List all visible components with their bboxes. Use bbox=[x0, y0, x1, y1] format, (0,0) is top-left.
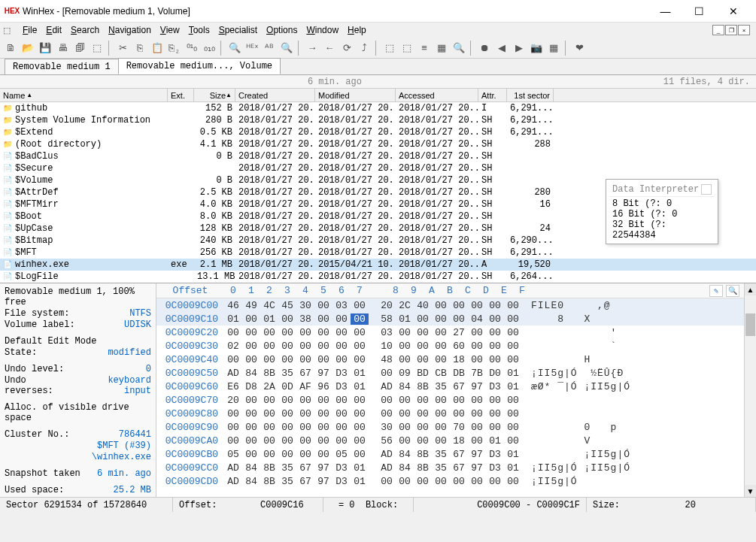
col-size[interactable]: Size▲ bbox=[194, 89, 235, 101]
goto-button[interactable]: → bbox=[305, 41, 320, 56]
toolbar: 🗎 📂 💾 🖶 🗐 ⬚ ✂ ⎘ 📋 ⎘₂ ⁰¹₀ ₀₁₀ 🔍 ᴴᴱˣ ᴬᴮ 🔍 … bbox=[0, 38, 756, 59]
file-row[interactable]: $LogFile13.1 MB2018/01/27 20...2018/01/2… bbox=[0, 271, 756, 283]
col-attr[interactable]: Attr. bbox=[478, 89, 507, 101]
volume-name: Removable medium 1, 100% free bbox=[5, 286, 151, 307]
tool1-button[interactable]: ⬚ bbox=[382, 41, 397, 56]
new-button[interactable]: 🗎 bbox=[3, 41, 18, 56]
mdi-minimize-button[interactable]: _ bbox=[712, 25, 724, 35]
save-button[interactable]: 💾 bbox=[38, 41, 53, 56]
find-hex-button[interactable]: ᴴᴱˣ bbox=[244, 41, 260, 56]
file-icon bbox=[3, 259, 14, 270]
tab-0[interactable]: Removable medium 1 bbox=[5, 59, 119, 74]
scroll-down-button[interactable]: ▼ bbox=[745, 485, 756, 497]
find-text-button[interactable]: ᴬᴮ bbox=[262, 41, 277, 56]
data-interpreter-window[interactable]: Data Interpreter 8 Bit (?: 0 16 Bit (?: … bbox=[606, 179, 718, 244]
hex-row[interactable]: 0C0009C900000000000000000300000007000000… bbox=[156, 420, 744, 434]
forward-button[interactable]: ⟳ bbox=[339, 41, 354, 56]
hex-row[interactable]: 0C0009C0046494C4530000300202C40000000000… bbox=[156, 298, 744, 312]
col-modified[interactable]: Modified bbox=[315, 89, 396, 101]
hex-row[interactable]: 0C0009CB00500000000000500AD848B356797D30… bbox=[156, 447, 744, 461]
menu-options[interactable]: Options bbox=[262, 23, 302, 37]
tab-1[interactable]: Removable medium..., Volume bbox=[118, 58, 281, 74]
interp-close-button[interactable] bbox=[701, 184, 712, 195]
file-row[interactable]: $MFT256 KB2018/01/27 20...2018/01/27 20.… bbox=[0, 247, 756, 259]
minimize-button[interactable]: — bbox=[648, 1, 682, 22]
paste-button[interactable]: 📋 bbox=[150, 41, 165, 56]
hex-row[interactable]: 0C0009C800000000000000000000000000000000… bbox=[156, 407, 744, 420]
offset-label: Offset bbox=[156, 285, 224, 296]
menu-file[interactable]: File bbox=[18, 23, 41, 37]
record-button[interactable]: ⏺ bbox=[477, 41, 492, 56]
status-sector: Sector 6291534 of 15728640 bbox=[0, 498, 173, 512]
hex-search-button[interactable]: 🔍 bbox=[726, 285, 739, 297]
find-button[interactable]: 🔍 bbox=[227, 41, 242, 56]
close-button[interactable]: ✕ bbox=[716, 1, 750, 22]
menu-window[interactable]: Window bbox=[302, 23, 343, 37]
menu-view[interactable]: View bbox=[156, 23, 184, 37]
infobar-right: 11 files, 4 dir. bbox=[663, 77, 750, 87]
menu-help[interactable]: Help bbox=[343, 23, 371, 37]
hex-row[interactable]: 0C0009CC0AD848B356797D301AD848B356797D30… bbox=[156, 461, 744, 474]
hex-row[interactable]: 0C0009C702000000000000000000000000000000… bbox=[156, 393, 744, 407]
menu-edit[interactable]: Edit bbox=[41, 23, 66, 37]
menu-search[interactable]: Search bbox=[66, 23, 104, 37]
menu-tools[interactable]: Tools bbox=[184, 23, 214, 37]
binary-button[interactable]: ₀₁₀ bbox=[202, 41, 217, 56]
file-row[interactable]: System Volume Information280 B2018/01/27… bbox=[0, 114, 756, 126]
hex-row[interactable]: 0C0009C50AD848B356797D3010009BDCBDB7BD00… bbox=[156, 366, 744, 380]
hex-row[interactable]: 0C0009C200000000000000000030000002700000… bbox=[156, 326, 744, 339]
scroll-thumb[interactable] bbox=[745, 313, 755, 336]
copy-button[interactable]: ⎘ bbox=[132, 41, 147, 56]
cut-button[interactable]: ✂ bbox=[115, 41, 130, 56]
file-row[interactable]: $Extend0.5 KB2018/01/27 20...2018/01/27 … bbox=[0, 126, 756, 138]
file-icon bbox=[3, 175, 14, 186]
help-button[interactable]: ❤ bbox=[572, 41, 587, 56]
disk-button[interactable]: ⬚ bbox=[90, 41, 105, 56]
col-sector[interactable]: 1st sector bbox=[507, 89, 554, 101]
file-row[interactable]: winhex.exeexe2.1 MB2018/01/27 20...2015/… bbox=[0, 259, 756, 271]
file-row[interactable]: github152 B2018/01/27 20...2018/01/27 20… bbox=[0, 102, 756, 114]
back-button[interactable]: ← bbox=[322, 41, 337, 56]
hex-row[interactable]: 0C0009C60E6D82A0DAF96D301AD848B356797D30… bbox=[156, 380, 744, 393]
col-name[interactable]: Name ▲ bbox=[0, 89, 168, 101]
tool5-button[interactable]: 🔍 bbox=[451, 41, 466, 56]
tool4-button[interactable]: ▦ bbox=[434, 41, 449, 56]
tool3-button[interactable]: ≡ bbox=[417, 41, 432, 56]
col-accessed[interactable]: Accessed bbox=[396, 89, 478, 101]
file-row[interactable]: $BadClus0 B2018/01/27 20...2018/01/27 20… bbox=[0, 150, 756, 162]
col-created[interactable]: Created bbox=[235, 89, 315, 101]
tool2-button[interactable]: ⬚ bbox=[399, 41, 414, 56]
maximize-button[interactable]: ☐ bbox=[682, 1, 716, 22]
print-button[interactable]: 🖶 bbox=[55, 41, 70, 56]
mdi-close-button[interactable]: × bbox=[738, 25, 750, 35]
hex-editor[interactable]: Offset 0123456789ABCDEF ✎ 🔍 0C0009C00464… bbox=[156, 283, 744, 497]
find-again-button[interactable]: 🔍 bbox=[279, 41, 294, 56]
next-button[interactable]: ▶ bbox=[512, 41, 527, 56]
prev-button[interactable]: ◀ bbox=[494, 41, 509, 56]
hex-row[interactable]: 0C0009C400000000000000000480000001800000… bbox=[156, 353, 744, 366]
scroll-up-button[interactable]: ▲ bbox=[745, 283, 756, 295]
properties-button[interactable]: 🗐 bbox=[72, 41, 87, 56]
hex-row[interactable]: 0C0009C300200000000000000100000006000000… bbox=[156, 339, 744, 353]
mdi-restore-button[interactable]: ❐ bbox=[725, 25, 737, 35]
hex-row[interactable]: 0C0009C100100010038000000580100000004000… bbox=[156, 312, 744, 326]
side-info: Removable medium 1, 100% free File syste… bbox=[0, 283, 156, 497]
grid-button[interactable]: ▦ bbox=[546, 41, 561, 56]
file-icon bbox=[3, 247, 14, 258]
col-ext[interactable]: Ext. bbox=[168, 89, 194, 101]
copy-hex-button[interactable]: ⎘₂ bbox=[167, 41, 182, 56]
hex-scrollbar[interactable]: ▲ ▼ bbox=[744, 283, 756, 497]
file-icon bbox=[3, 199, 14, 210]
hex-row[interactable]: 0C0009CD0AD848B356797D301000000000000000… bbox=[156, 474, 744, 488]
file-icon bbox=[3, 223, 14, 234]
jump-button[interactable]: ⤴ bbox=[357, 41, 372, 56]
menu-navigation[interactable]: Navigation bbox=[104, 23, 156, 37]
camera-button[interactable]: 📷 bbox=[529, 41, 544, 56]
open-button[interactable]: 📂 bbox=[20, 41, 35, 56]
hex-pencil-button[interactable]: ✎ bbox=[709, 285, 723, 297]
hex-row[interactable]: 0C0009CA00000000000000000560000001800010… bbox=[156, 434, 744, 447]
file-row[interactable]: $Secure2018/01/27 20...2018/01/27 20...2… bbox=[0, 162, 756, 174]
menu-specialist[interactable]: Specialist bbox=[214, 23, 262, 37]
file-row[interactable]: (Root directory)4.1 KB2018/01/27 20...20… bbox=[0, 138, 756, 150]
paste-hex-button[interactable]: ⁰¹₀ bbox=[184, 41, 199, 56]
